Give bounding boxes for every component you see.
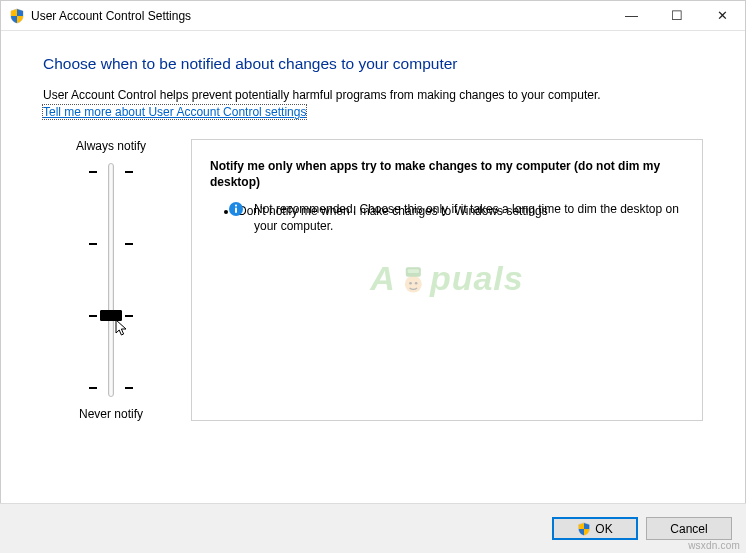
slider-track <box>108 163 114 397</box>
slider-tick <box>125 315 133 317</box>
level-title: Notify me only when apps try to make cha… <box>210 158 684 190</box>
slider-tick <box>89 171 97 173</box>
slider-column: Always notify Never notify <box>43 139 179 421</box>
source-credit: wsxdn.com <box>688 540 740 551</box>
footnote-text: Not recommended. Choose this only if it … <box>254 201 702 235</box>
level-description-panel: A puals Notify me only when apps try to … <box>191 139 703 421</box>
help-link-focus: Tell me more about User Account Control … <box>43 105 306 119</box>
slider-label-never: Never notify <box>79 407 143 421</box>
ok-button[interactable]: OK <box>552 517 638 540</box>
page-heading: Choose when to be notified about changes… <box>43 55 703 73</box>
slider-tick <box>125 243 133 245</box>
svg-point-0 <box>404 275 421 292</box>
slider-tick <box>125 387 133 389</box>
maximize-button[interactable]: ☐ <box>654 1 699 30</box>
close-button[interactable]: ✕ <box>699 1 745 30</box>
watermark: A puals <box>370 259 523 298</box>
content-area: Choose when to be notified about changes… <box>1 31 745 502</box>
slider-label-always: Always notify <box>76 139 146 153</box>
svg-point-4 <box>414 282 417 285</box>
svg-rect-7 <box>235 208 237 213</box>
slider-thumb[interactable] <box>100 310 122 321</box>
slider-tick <box>89 243 97 245</box>
watermark-icon <box>398 263 428 293</box>
mouse-cursor-icon <box>115 319 129 337</box>
help-link[interactable]: Tell me more about User Account Control … <box>43 105 306 119</box>
uac-shield-icon <box>577 522 591 536</box>
cancel-button-label: Cancel <box>670 522 707 536</box>
ok-button-label: OK <box>595 522 612 536</box>
window-title: User Account Control Settings <box>31 9 191 23</box>
slider-tick <box>89 315 97 317</box>
body-row: Always notify Never notify <box>43 139 703 421</box>
window-controls: — ☐ ✕ <box>609 1 745 30</box>
level-footnote: Not recommended. Choose this only if it … <box>228 201 702 235</box>
notification-level-slider[interactable] <box>71 161 151 399</box>
slider-tick <box>125 171 133 173</box>
info-icon <box>228 201 244 217</box>
svg-point-6 <box>235 205 237 207</box>
description-text: User Account Control helps prevent poten… <box>43 87 703 103</box>
minimize-button[interactable]: — <box>609 1 654 30</box>
cancel-button[interactable]: Cancel <box>646 517 732 540</box>
svg-point-3 <box>409 282 412 285</box>
svg-rect-2 <box>407 269 418 273</box>
svg-rect-1 <box>405 267 420 276</box>
slider-tick <box>89 387 97 389</box>
title-bar: User Account Control Settings — ☐ ✕ <box>1 1 745 31</box>
uac-shield-icon <box>9 8 25 24</box>
dialog-button-bar: OK Cancel <box>0 503 746 553</box>
